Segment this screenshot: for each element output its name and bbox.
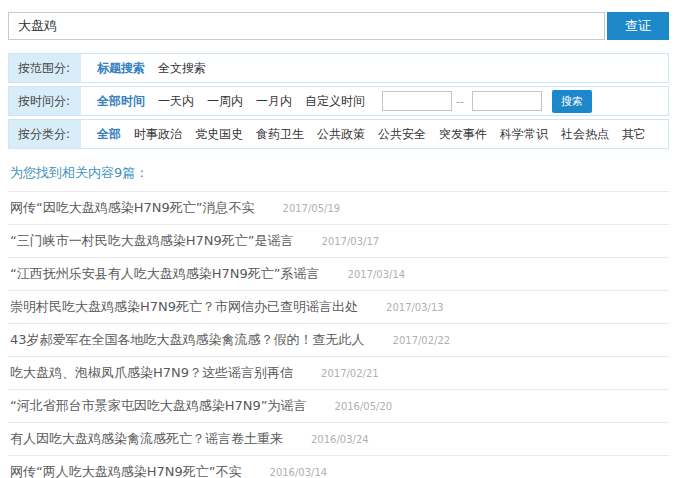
result-item: “三门峡市一村民吃大盘鸡感染H7N9死亡”是谣言2017/03/17 bbox=[8, 224, 669, 257]
results-header: 为您找到相关内容9篇： bbox=[10, 164, 669, 182]
result-list: 网传“因吃大盘鸡感染H7N9死亡”消息不实2017/05/19“三门峡市一村民吃… bbox=[8, 191, 669, 478]
filter-option[interactable]: 全部时间 bbox=[97, 93, 145, 110]
filter-option[interactable]: 公共政策 bbox=[317, 126, 365, 143]
filter-option[interactable]: 一周内 bbox=[207, 93, 243, 110]
filter-option[interactable]: 公共安全 bbox=[378, 126, 426, 143]
filter-row-time: 按时间分:全部时间一天内一周内一月内自定义时间--搜索 bbox=[8, 86, 669, 116]
result-item: 崇明村民吃大盘鸡感染H7N9死亡？市网信办已查明谣言出处2017/03/13 bbox=[8, 290, 669, 323]
result-date: 2016/03/14 bbox=[270, 467, 328, 478]
result-date: 2016/05/20 bbox=[335, 401, 393, 412]
result-item: “河北省邢台市景家屯因吃大盘鸡感染H7N9”为谣言2016/05/20 bbox=[8, 389, 669, 422]
filter-option[interactable]: 一天内 bbox=[158, 93, 194, 110]
filter-label: 按范围分: bbox=[9, 54, 81, 82]
filter-option[interactable]: 科学常识 bbox=[500, 126, 548, 143]
search-input[interactable] bbox=[8, 12, 605, 40]
date-end-input[interactable] bbox=[472, 91, 542, 111]
filter-option[interactable]: 其它 bbox=[622, 126, 646, 143]
date-start-input[interactable] bbox=[382, 91, 452, 111]
filter-row-scope: 按范围分:标题搜索全文搜索 bbox=[8, 53, 669, 83]
result-title-link[interactable]: 网传“两人吃大盘鸡感染H7N9死亡”不实 bbox=[10, 463, 242, 478]
verify-button[interactable]: 查证 bbox=[607, 12, 669, 40]
result-item: 43岁郝爱军在全国各地吃大盘鸡感染禽流感？假的！查无此人2017/02/22 bbox=[8, 323, 669, 356]
result-date: 2017/03/14 bbox=[348, 269, 406, 280]
result-title-link[interactable]: 有人因吃大盘鸡感染禽流感死亡？谣言卷土重来 bbox=[10, 430, 283, 448]
page: 查证 按范围分:标题搜索全文搜索按时间分:全部时间一天内一周内一月内自定义时间-… bbox=[0, 0, 677, 478]
result-date: 2017/02/21 bbox=[321, 368, 379, 379]
result-title-link[interactable]: 崇明村民吃大盘鸡感染H7N9死亡？市网信办已查明谣言出处 bbox=[10, 298, 358, 316]
filter-option[interactable]: 标题搜索 bbox=[97, 60, 145, 77]
result-date: 2017/03/17 bbox=[322, 236, 380, 247]
result-title-link[interactable]: 43岁郝爱军在全国各地吃大盘鸡感染禽流感？假的！查无此人 bbox=[10, 331, 365, 349]
result-date: 2017/02/22 bbox=[393, 335, 451, 346]
filter-option[interactable]: 全文搜索 bbox=[158, 60, 206, 77]
search-bar: 查证 bbox=[8, 12, 669, 40]
filter-option[interactable]: 自定义时间 bbox=[305, 93, 365, 110]
filter-option[interactable]: 一月内 bbox=[256, 93, 292, 110]
filter-option[interactable]: 社会热点 bbox=[561, 126, 609, 143]
filter-options: 全部时事政治党史国史食药卫生公共政策公共安全突发事件科学常识社会热点其它 bbox=[81, 120, 659, 148]
filter-option[interactable]: 突发事件 bbox=[439, 126, 487, 143]
result-title-link[interactable]: 吃大盘鸡、泡椒凤爪感染H7N9？这些谣言别再信 bbox=[10, 364, 293, 382]
result-date: 2017/05/19 bbox=[283, 203, 341, 214]
date-range-separator: -- bbox=[456, 95, 464, 108]
result-item: 有人因吃大盘鸡感染禽流感死亡？谣言卷土重来2016/03/24 bbox=[8, 422, 669, 455]
filter-label: 按分类分: bbox=[9, 120, 81, 148]
filter-option[interactable]: 时事政治 bbox=[134, 126, 182, 143]
filter-option[interactable]: 党史国史 bbox=[195, 126, 243, 143]
result-item: 网传“两人吃大盘鸡感染H7N9死亡”不实2016/03/14 bbox=[8, 455, 669, 478]
result-item: 吃大盘鸡、泡椒凤爪感染H7N9？这些谣言别再信2017/02/21 bbox=[8, 356, 669, 389]
filter-panel: 按范围分:标题搜索全文搜索按时间分:全部时间一天内一周内一月内自定义时间--搜索… bbox=[8, 53, 669, 149]
filter-options: 全部时间一天内一周内一月内自定义时间--搜索 bbox=[81, 87, 592, 115]
result-title-link[interactable]: “江西抚州乐安县有人吃大盘鸡感染H7N9死亡”系谣言 bbox=[10, 265, 320, 283]
result-item: 网传“因吃大盘鸡感染H7N9死亡”消息不实2017/05/19 bbox=[8, 191, 669, 224]
result-title-link[interactable]: 网传“因吃大盘鸡感染H7N9死亡”消息不实 bbox=[10, 199, 255, 217]
filter-options: 标题搜索全文搜索 bbox=[81, 54, 219, 82]
filter-option[interactable]: 全部 bbox=[97, 126, 121, 143]
result-title-link[interactable]: “河北省邢台市景家屯因吃大盘鸡感染H7N9”为谣言 bbox=[10, 397, 307, 415]
filter-label: 按时间分: bbox=[9, 87, 81, 115]
filter-option[interactable]: 食药卫生 bbox=[256, 126, 304, 143]
result-date: 2017/03/13 bbox=[386, 302, 444, 313]
filter-row-category: 按分类分:全部时事政治党史国史食药卫生公共政策公共安全突发事件科学常识社会热点其… bbox=[8, 119, 669, 149]
result-date: 2016/03/24 bbox=[311, 434, 369, 445]
date-search-button[interactable]: 搜索 bbox=[552, 90, 592, 113]
result-item: “江西抚州乐安县有人吃大盘鸡感染H7N9死亡”系谣言2017/03/14 bbox=[8, 257, 669, 290]
result-title-link[interactable]: “三门峡市一村民吃大盘鸡感染H7N9死亡”是谣言 bbox=[10, 232, 294, 250]
